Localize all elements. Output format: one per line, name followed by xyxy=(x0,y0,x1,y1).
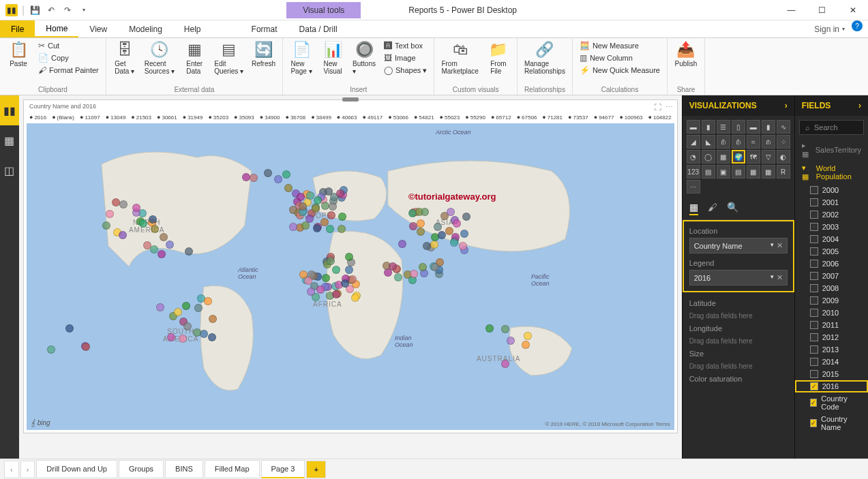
checkbox[interactable] xyxy=(810,321,818,329)
viz-slicer[interactable]: ▤ xyxy=(732,165,745,179)
map-bubble[interactable] xyxy=(462,213,470,221)
enter-data-button[interactable]: ▦Enter Data xyxy=(180,40,209,76)
map-bubble[interactable] xyxy=(297,193,305,201)
viz-stacked-area[interactable]: ◣ xyxy=(702,135,715,149)
map-bubble[interactable] xyxy=(322,274,330,282)
field-2009[interactable]: 2009 xyxy=(795,294,868,307)
legend-item[interactable]: (Blank) xyxy=(52,114,74,121)
field-country-name[interactable]: ✓Country Name xyxy=(795,413,868,433)
map-bubble[interactable] xyxy=(179,335,187,343)
close-button[interactable]: ✕ xyxy=(837,0,868,20)
new-quick-measure-button[interactable]: ⚡New Quick Measure xyxy=(577,64,663,76)
sign-in-link[interactable]: Sign in▾ xyxy=(807,20,852,37)
legend-item[interactable]: 11097 xyxy=(80,114,100,121)
chevron-down-icon[interactable]: ▾ xyxy=(770,273,774,282)
paste-button[interactable]: 📋Paste xyxy=(4,40,33,69)
format-tool-tab[interactable]: 🖌 xyxy=(708,202,717,215)
new-visual-button[interactable]: 📊New Visual xyxy=(318,40,347,76)
page-tab-bins[interactable]: BINS xyxy=(165,460,203,478)
publish-button[interactable]: 📤Publish xyxy=(672,40,700,69)
map-bubble[interactable] xyxy=(174,308,182,316)
visualizations-header[interactable]: VISUALIZATIONS› xyxy=(683,95,794,116)
checkbox[interactable] xyxy=(810,309,818,317)
map-bubble[interactable] xyxy=(185,247,193,256)
field-2012[interactable]: 2012 xyxy=(795,331,868,343)
from-marketplace-button[interactable]: 🛍From Marketplace xyxy=(438,40,481,76)
viz-table[interactable]: ▦ xyxy=(747,165,760,179)
map-bubble[interactable] xyxy=(183,322,192,330)
page-tab-page-3[interactable]: Page 3 xyxy=(261,460,305,478)
viz-map[interactable]: 🌍 xyxy=(732,150,745,164)
map-bubble[interactable] xyxy=(438,231,446,239)
checkbox[interactable] xyxy=(810,198,818,206)
well-location-pill[interactable]: Country Name ▾✕ xyxy=(689,238,788,253)
map-bubble[interactable] xyxy=(327,257,335,265)
viz-multi-card[interactable]: ▤ xyxy=(702,165,715,179)
viz-area[interactable]: ◢ xyxy=(687,135,700,149)
map-bubble[interactable] xyxy=(327,211,335,219)
undo-icon[interactable]: ↶ xyxy=(45,4,57,16)
map-bubble[interactable] xyxy=(332,266,340,274)
viz-stacked-column[interactable]: ▮ xyxy=(702,120,715,134)
tab-help[interactable]: Help xyxy=(173,20,212,37)
add-page-button[interactable]: + xyxy=(306,461,325,478)
remove-location-icon[interactable]: ✕ xyxy=(777,241,783,250)
viz-r[interactable]: R xyxy=(777,165,790,179)
legend-item[interactable]: 40663 xyxy=(337,114,357,121)
cut-button[interactable]: ✂Cut xyxy=(35,40,102,52)
field-2008[interactable]: 2008 xyxy=(795,282,868,294)
legend-item[interactable]: 49117 xyxy=(363,114,383,121)
checkbox[interactable]: ✓ xyxy=(810,399,818,407)
redo-icon[interactable]: ↷ xyxy=(61,4,74,16)
viz-clustered-bar[interactable]: ☰ xyxy=(717,120,730,134)
map-bubble[interactable] xyxy=(338,225,346,233)
checkbox[interactable] xyxy=(810,223,818,231)
visual-resize-handle[interactable] xyxy=(342,97,359,102)
viz-clustered-column[interactable]: ▯ xyxy=(732,120,745,134)
remove-legend-icon[interactable]: ✕ xyxy=(777,273,783,282)
map-bubble[interactable] xyxy=(200,330,208,338)
map-bubble[interactable] xyxy=(312,204,320,213)
map-bubble[interactable] xyxy=(82,343,90,351)
page-prev-button[interactable]: ‹ xyxy=(4,461,19,478)
field-2003[interactable]: 2003 xyxy=(795,221,868,233)
checkbox[interactable] xyxy=(810,211,818,219)
map-bubble[interactable] xyxy=(431,263,439,271)
map-bubble[interactable] xyxy=(209,315,217,323)
viz-ribbon[interactable]: ≈ xyxy=(747,135,760,149)
field-2011[interactable]: 2011 xyxy=(795,319,868,331)
legend-item[interactable]: 100963 xyxy=(619,114,642,121)
page-tab-drill-down-and-up[interactable]: Drill Down and Up xyxy=(36,460,117,478)
map-bubble[interactable] xyxy=(182,302,190,310)
more-options-icon[interactable]: ⋯ xyxy=(665,103,673,112)
legend-item[interactable]: 54821 xyxy=(414,114,434,121)
map-bubble[interactable] xyxy=(417,219,425,228)
legend-item[interactable]: 13049 xyxy=(106,114,126,121)
viz-waterfall[interactable]: ⫙ xyxy=(762,135,775,149)
qat-dropdown-icon[interactable]: ▾ xyxy=(78,4,90,16)
checkbox[interactable] xyxy=(810,345,818,354)
legend-item[interactable]: 53066 xyxy=(388,114,408,121)
well-size-placeholder[interactable]: Drag data fields here xyxy=(689,360,788,372)
chevron-down-icon[interactable]: ▾ xyxy=(770,241,774,250)
field-country-code[interactable]: ✓Country Code xyxy=(795,392,868,413)
checkbox[interactable] xyxy=(810,333,818,341)
legend-item[interactable]: 73537 xyxy=(568,114,588,121)
field-2000[interactable]: 2000 xyxy=(795,184,868,196)
analytics-tool-tab[interactable]: 🔍 xyxy=(727,202,738,215)
viz-kpi[interactable]: ▣ xyxy=(717,165,730,179)
focus-mode-icon[interactable]: ⛶ xyxy=(654,103,661,112)
refresh-button[interactable]: 🔄Refresh xyxy=(249,40,278,69)
map-bubble[interactable] xyxy=(158,250,166,258)
legend-item[interactable]: 30661 xyxy=(157,114,177,121)
map-bubble[interactable] xyxy=(410,270,418,278)
well-legend-pill[interactable]: 2016 ▾✕ xyxy=(689,270,788,285)
map-bubble[interactable] xyxy=(204,297,212,305)
legend-item[interactable]: 94677 xyxy=(594,114,614,121)
field-2015[interactable]: 2015 xyxy=(795,368,868,380)
help-icon[interactable]: ? xyxy=(852,20,863,31)
map-bubble[interactable] xyxy=(430,241,438,249)
viz-filled-map[interactable]: 🗺 xyxy=(747,150,760,164)
legend-item[interactable]: 35203 xyxy=(208,114,228,121)
edit-queries-button[interactable]: ▤Edit Queries ▾ xyxy=(211,40,246,76)
